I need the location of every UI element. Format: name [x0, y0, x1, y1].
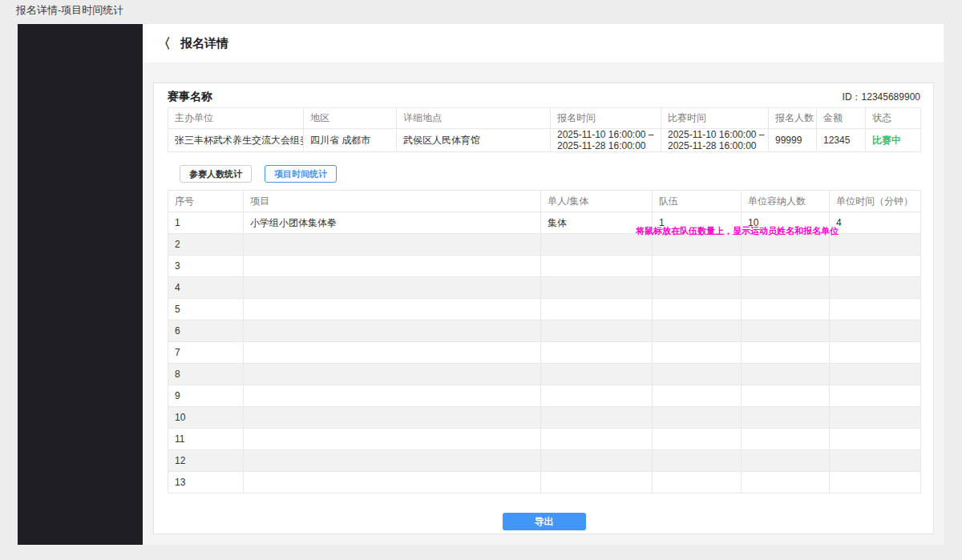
table-cell [244, 234, 541, 256]
table-cell [830, 299, 921, 320]
column-header: 报名人数 [769, 108, 817, 129]
table-cell [653, 385, 742, 407]
column-header: 单位容纳人数 [742, 191, 830, 212]
table-cell [244, 364, 541, 385]
table-cell [244, 320, 541, 342]
table-cell [742, 256, 830, 277]
table-cell: 2025-11-10 16:00:00 –2025-11-28 16:00:00 [661, 129, 769, 152]
table-cell [653, 342, 742, 364]
table-cell [541, 342, 653, 364]
table-cell [244, 342, 541, 364]
table-cell [742, 450, 830, 472]
table-row: 12 [168, 450, 921, 472]
table-cell [653, 320, 742, 342]
column-header: 状态 [866, 108, 921, 129]
table-cell [742, 320, 830, 342]
table-cell: 10 [168, 407, 244, 429]
table-cell: 3 [168, 256, 244, 277]
table-cell [830, 385, 921, 407]
column-header: 地区 [304, 108, 397, 129]
column-header: 详细地点 [397, 108, 551, 129]
table-cell: 7 [168, 342, 244, 364]
table-cell [830, 407, 921, 429]
column-header: 单人/集体 [541, 191, 653, 212]
table-cell [541, 364, 653, 385]
table-cell [653, 407, 742, 429]
table-cell [742, 472, 830, 494]
annotation-note: 将鼠标放在队伍数量上，显示运动员姓名和报名单位 [636, 225, 839, 237]
table-cell: 小学组小团体集体拳 [244, 212, 541, 234]
table-cell: 9 [168, 385, 244, 407]
table-cell [830, 429, 921, 450]
table-cell [653, 429, 742, 450]
table-cell: 2025-11-10 16:00:00 –2025-11-28 16:00:00 [551, 129, 661, 152]
table-row: 6 [168, 320, 921, 342]
table-cell: 四川省 成都市 [304, 129, 397, 152]
table-cell [244, 277, 541, 299]
event-id-value: 12345689900 [862, 91, 920, 103]
back-button[interactable]: 〈 [157, 37, 171, 50]
table-cell [244, 299, 541, 320]
table-row: 3 [168, 256, 921, 277]
table-row: 10 [168, 407, 921, 429]
column-header: 项目 [244, 191, 541, 212]
table-cell [830, 364, 921, 385]
table-cell [541, 429, 653, 450]
participants-stats-button[interactable]: 参赛人数统计 [180, 165, 252, 183]
column-header: 比赛时间 [661, 108, 769, 129]
back-chevron-icon: 〈 [157, 37, 171, 50]
table-row: 8 [168, 364, 921, 385]
event-info-table: 主办单位地区详细地点报名时间比赛时间报名人数金额状态 张三丰杯武术养生交流大会组… [168, 107, 921, 152]
table-cell [653, 256, 742, 277]
table-cell [830, 256, 921, 277]
table-cell [830, 472, 921, 494]
table-cell [541, 256, 653, 277]
event-card-header: 赛事名称 ID：12345689900 [168, 87, 920, 107]
column-header: 报名时间 [551, 108, 661, 129]
table-cell: 99999 [769, 129, 817, 152]
sidebar [18, 24, 143, 545]
table-cell: 5 [168, 299, 244, 320]
table-cell [653, 299, 742, 320]
table-cell [653, 472, 742, 494]
table-cell [244, 407, 541, 429]
table-cell [244, 385, 541, 407]
table-cell: 11 [168, 429, 244, 450]
main-area: 〈 报名详情 赛事名称 ID：12345689900 [143, 24, 944, 545]
event-id: ID：12345689900 [843, 91, 920, 104]
export-button[interactable]: 导出 [503, 513, 586, 530]
table-cell [742, 277, 830, 299]
table-cell [244, 450, 541, 472]
table-cell [830, 234, 921, 256]
table-cell: 武侯区人民体育馆 [397, 129, 551, 152]
table-cell [653, 364, 742, 385]
table-cell [541, 320, 653, 342]
table-cell: 4 [168, 277, 244, 299]
event-card: 赛事名称 ID：12345689900 主办单位地区详细地点报名时间比赛时间报名… [153, 83, 934, 534]
table-cell [244, 256, 541, 277]
table-cell: 8 [168, 364, 244, 385]
table-cell [742, 364, 830, 385]
table-cell: 4 [830, 212, 921, 234]
table-row: 4 [168, 277, 921, 299]
table-row: 11 [168, 429, 921, 450]
table-cell: 1 [168, 212, 244, 234]
table-row: 13 [168, 472, 921, 494]
table-cell [653, 277, 742, 299]
table-row: 张三丰杯武术养生交流大会组委会四川省 成都市武侯区人民体育馆2025-11-10… [168, 129, 921, 152]
table-row: 7 [168, 342, 921, 364]
table-cell [742, 342, 830, 364]
table-cell [830, 342, 921, 364]
project-time-stats-button[interactable]: 项目时间统计 [265, 165, 337, 183]
table-cell [653, 450, 742, 472]
window-title: 报名详情-项目时间统计 [16, 3, 123, 18]
content-area: 赛事名称 ID：12345689900 主办单位地区详细地点报名时间比赛时间报名… [143, 62, 944, 545]
table-header-row: 主办单位地区详细地点报名时间比赛时间报名人数金额状态 [168, 108, 921, 129]
table-cell [541, 450, 653, 472]
table-cell: 13 [168, 472, 244, 494]
column-header: 主办单位 [168, 108, 304, 129]
table-cell [541, 472, 653, 494]
table-cell: 张三丰杯武术养生交流大会组委会 [168, 129, 304, 152]
export-row: 导出 [168, 513, 920, 530]
page-header: 〈 报名详情 [143, 24, 944, 62]
